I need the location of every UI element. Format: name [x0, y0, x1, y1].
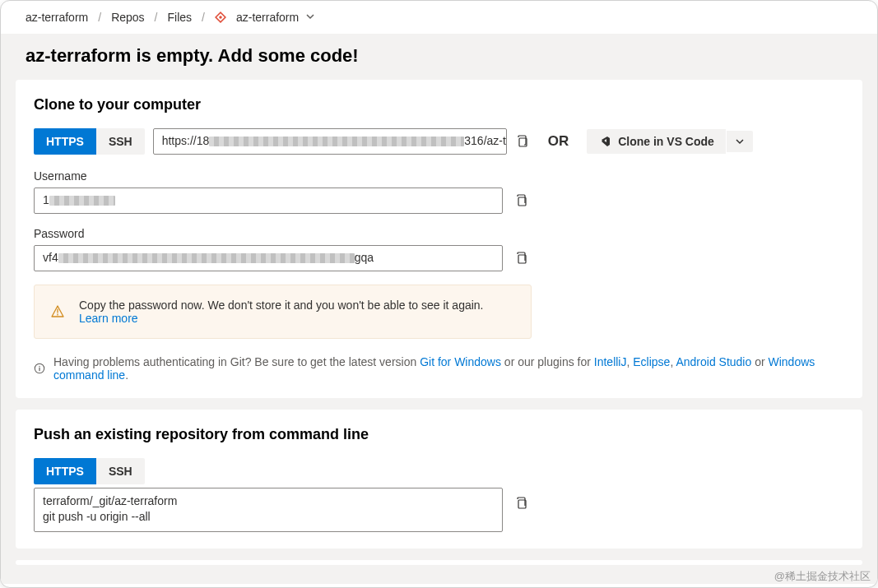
- eclipse-link[interactable]: Eclipse: [633, 355, 670, 368]
- push-card-title: Push an existing repository from command…: [34, 426, 844, 443]
- svg-point-0: [219, 16, 222, 19]
- clone-card: Clone to your computer HTTPS SSH https:/…: [16, 80, 862, 398]
- tab-https[interactable]: HTTPS: [34, 458, 96, 484]
- cmd-line: git push -u origin --all: [43, 509, 494, 525]
- breadcrumb-separator: /: [202, 11, 205, 24]
- clone-card-title: Clone to your computer: [34, 96, 844, 113]
- cmd-line: terraform/_git/az-terraform: [43, 493, 494, 509]
- push-commands-box[interactable]: terraform/_git/az-terraform git push -u …: [34, 488, 503, 532]
- breadcrumb-repos[interactable]: Repos: [111, 11, 144, 24]
- warning-icon: [51, 305, 64, 318]
- auth-info-row: Having problems authenticating in Git? B…: [34, 355, 844, 382]
- clone-vscode-label: Clone in VS Code: [618, 135, 714, 148]
- page-title: az-terraform is empty. Add some code!: [16, 34, 862, 80]
- password-label: Password: [34, 227, 844, 240]
- tab-https[interactable]: HTTPS: [34, 128, 96, 155]
- clone-url-input[interactable]: https://18316/az-terraforr: [153, 128, 507, 155]
- clone-vscode-dropdown[interactable]: [727, 131, 753, 152]
- info-icon: [34, 363, 45, 374]
- breadcrumb-separator: /: [98, 11, 101, 24]
- chevron-down-icon: [305, 11, 315, 24]
- alert-text: Copy the password now. We don't store it…: [79, 299, 514, 325]
- push-protocol-tabs: HTTPS SSH: [34, 458, 844, 484]
- breadcrumb-project[interactable]: az-terraform: [26, 11, 88, 24]
- intellij-link[interactable]: IntelliJ: [594, 355, 627, 368]
- breadcrumb-repo-label: az-terraform: [236, 11, 299, 24]
- breadcrumb-separator: /: [155, 11, 158, 24]
- redacted-text: [58, 253, 355, 263]
- username-input[interactable]: 1: [34, 188, 503, 214]
- username-label: Username: [34, 169, 844, 183]
- repo-icon: [215, 12, 226, 23]
- clone-protocol-tabs: HTTPS SSH: [34, 128, 145, 155]
- learn-more-link[interactable]: Learn more: [79, 312, 138, 325]
- copy-username-button[interactable]: [514, 193, 529, 208]
- copy-commands-button[interactable]: [514, 496, 529, 511]
- redacted-text: [209, 137, 464, 146]
- push-card: Push an existing repository from command…: [16, 410, 862, 549]
- tab-ssh[interactable]: SSH: [96, 128, 145, 155]
- breadcrumb-repo-dropdown[interactable]: az-terraform: [236, 11, 315, 24]
- password-input[interactable]: vf4gqa: [34, 245, 503, 271]
- copy-password-button[interactable]: [514, 251, 529, 266]
- redacted-text: [49, 196, 115, 206]
- git-windows-link[interactable]: Git for Windows: [420, 355, 501, 368]
- copy-url-button[interactable]: [515, 134, 530, 149]
- clone-vscode-splitbutton: Clone in VS Code: [587, 129, 753, 154]
- or-divider: OR: [548, 133, 569, 150]
- tab-ssh[interactable]: SSH: [96, 458, 145, 484]
- password-alert: Copy the password now. We don't store it…: [34, 285, 532, 339]
- next-card-peek: [16, 560, 862, 565]
- breadcrumb: az-terraform / Repos / Files / az-terraf…: [1, 1, 877, 34]
- vscode-icon: [598, 135, 611, 148]
- clone-vscode-button[interactable]: Clone in VS Code: [587, 129, 726, 154]
- watermark: @稀土掘金技术社区: [774, 569, 871, 584]
- android-studio-link[interactable]: Android Studio: [676, 355, 751, 368]
- breadcrumb-files[interactable]: Files: [167, 11, 192, 24]
